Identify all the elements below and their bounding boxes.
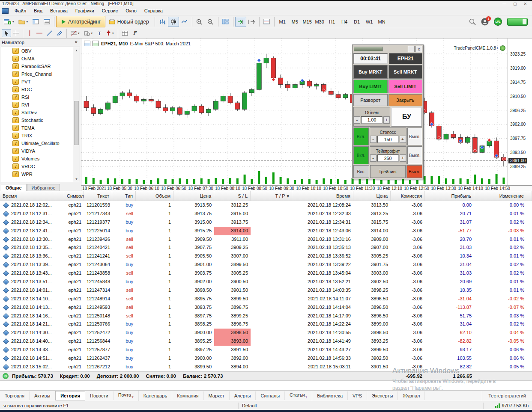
- horizontal-line-tool-button[interactable]: [34, 29, 45, 37]
- tab-Библиотека[interactable]: Библиотека: [312, 391, 348, 400]
- buy-limit-button[interactable]: Buy LIMIT: [353, 80, 388, 93]
- candlestick-chart[interactable]: [81, 39, 508, 185]
- timeframe-M1[interactable]: M1: [276, 18, 289, 26]
- navigator-header[interactable]: Навигатор ✕: [0, 39, 81, 46]
- price-axis[interactable]: 3923.253919.003914.753910.503906.253902.…: [508, 39, 532, 185]
- arrows-tool-button[interactable]: ▾: [104, 29, 116, 37]
- navigator-item-Volumes[interactable]: fVolumes: [1, 155, 80, 163]
- tab-Компания[interactable]: Компания: [172, 391, 203, 400]
- navigator-item-TRIX[interactable]: fTRIX: [1, 132, 80, 139]
- trade-panel-titlebar[interactable]: x: [353, 46, 422, 52]
- profiles-button[interactable]: ▾: [16, 17, 30, 27]
- tab-Активы[interactable]: Активы: [30, 391, 55, 400]
- navigator-item-Ultimate_Oscillato[interactable]: fUltimate_Oscillato: [1, 139, 80, 147]
- buy-mrkt-button[interactable]: Buy MRKT: [353, 65, 388, 79]
- menu-Графики[interactable]: Графики: [72, 7, 98, 15]
- new-chart-button[interactable]: ▾: [2, 17, 16, 27]
- column-header-2[interactable]: Тикет: [84, 191, 112, 201]
- scroll-down-icon[interactable]: ▼: [73, 176, 80, 182]
- crosshair-tool-button[interactable]: [11, 29, 21, 37]
- close-button[interactable]: ✕: [523, 2, 527, 6]
- history-row[interactable]: 2021.02.18 13:36...eph21121241241sell139…: [0, 252, 532, 261]
- menu-Вставка[interactable]: Вставка: [46, 7, 72, 15]
- navigator-item-RVI[interactable]: fRVI: [1, 101, 80, 109]
- timeframe-D1[interactable]: D1: [351, 18, 363, 26]
- column-header-11[interactable]: Прибыль: [425, 191, 474, 201]
- trade-panel-close-button[interactable]: x: [415, 46, 422, 52]
- search-icon[interactable]: [469, 18, 476, 25]
- history-row[interactable]: 2021.02.18 12:02...eph21121201593buy1391…: [0, 201, 532, 210]
- tp-filter-icon[interactable]: ▾: [287, 193, 289, 199]
- volume-minus-button[interactable]: -: [354, 116, 360, 124]
- navigator-close-icon[interactable]: ✕: [73, 40, 79, 44]
- text-tool-button[interactable]: T: [95, 29, 104, 37]
- column-header-7[interactable]: T / P▾: [251, 191, 292, 201]
- lvl-indicator[interactable]: LVL: [494, 18, 502, 26]
- menu-Вид[interactable]: Вид: [30, 7, 46, 15]
- takeprofit-plus-button[interactable]: +: [400, 154, 406, 162]
- history-row[interactable]: 2021.02.18 14:13...eph21121249593sell138…: [0, 303, 532, 312]
- tab-Календарь[interactable]: Календарь: [139, 391, 173, 400]
- zoom-out-button[interactable]: [205, 17, 216, 27]
- channel-tool-button[interactable]: [54, 29, 65, 37]
- auto-scroll-button[interactable]: [235, 17, 246, 27]
- tab-Торговля[interactable]: Торговля: [0, 391, 30, 400]
- navigator-item-TEMA[interactable]: fTEMA: [1, 124, 80, 132]
- navigator-item-VROC[interactable]: fVROC: [1, 163, 80, 170]
- navigator-item-Stochastic[interactable]: fStochastic: [1, 116, 80, 124]
- minimize-button[interactable]: —: [502, 2, 506, 6]
- chart-shift-button[interactable]: [246, 17, 257, 27]
- breakeven-button[interactable]: БУ: [391, 107, 422, 127]
- trailing-off-button[interactable]: Выкл.: [406, 165, 422, 178]
- tab-Эксперты[interactable]: Эксперты: [367, 391, 398, 400]
- takeprofit-on-button[interactable]: Вкл.: [353, 146, 369, 164]
- column-header-4[interactable]: Объем: [136, 191, 173, 201]
- menu-Окно[interactable]: Окно: [122, 7, 140, 15]
- shapes-tool-button[interactable]: ▾: [82, 29, 95, 37]
- navigator-item-PVT[interactable]: fPVT: [1, 78, 80, 86]
- history-row[interactable]: 2021.02.18 12:31...eph21121217343sell139…: [0, 210, 532, 218]
- navigator-item-RSI[interactable]: fRSI: [1, 93, 80, 101]
- candlestick-chart-button[interactable]: [168, 17, 179, 27]
- maximize-button[interactable]: ▢: [513, 2, 517, 6]
- history-row[interactable]: 2021.02.18 13:35...eph21121240421sell139…: [0, 243, 532, 252]
- navigator-item-OBV[interactable]: fOBV: [1, 47, 80, 55]
- tab-Алерты[interactable]: Алерты: [230, 391, 256, 400]
- stoploss-on-button[interactable]: Вкл.: [353, 127, 369, 145]
- tab-Сигналы[interactable]: Сигналы: [256, 391, 285, 400]
- navigator-tab-Избранное[interactable]: Избранное: [27, 184, 60, 191]
- column-header-5[interactable]: Цена: [173, 191, 214, 201]
- sell-limit-button[interactable]: Sell LIMIT: [389, 80, 423, 93]
- stoploss-off-button[interactable]: Выкл.: [407, 127, 423, 145]
- close-position-button[interactable]: Закрыть: [389, 94, 423, 106]
- navigator-tab-Общие[interactable]: Общие: [1, 184, 27, 191]
- history-row[interactable]: 2021.02.18 14:30...eph21121252472buy1390…: [0, 329, 532, 337]
- tab-Новости[interactable]: Новости: [85, 391, 114, 400]
- tab-Маркет[interactable]: Маркет: [204, 391, 230, 400]
- status-profile[interactable]: Default: [239, 403, 484, 409]
- history-row[interactable]: 2021.02.18 14:01...eph21121247314sell138…: [0, 286, 532, 295]
- navigator-item-ParabolicSAR[interactable]: fParabolicSAR: [1, 62, 80, 70]
- zoom-in-button[interactable]: [194, 17, 205, 27]
- timeframe-W1[interactable]: W1: [363, 18, 376, 26]
- history-row[interactable]: 2021.02.18 12:41...eph21121225014buy1391…: [0, 227, 532, 235]
- indicator-list-button[interactable]: [120, 29, 130, 37]
- trade-panel-minimize-button[interactable]: [408, 46, 415, 52]
- history-row[interactable]: 2021.02.18 13:39...eph21121243064buy1390…: [0, 261, 532, 269]
- navigator-item-WPR[interactable]: fWPR: [1, 170, 80, 178]
- column-header-8[interactable]: Время: [292, 191, 353, 201]
- history-row[interactable]: 2021.02.18 14:43...eph21121257877buy1389…: [0, 346, 532, 354]
- timeframe-MN[interactable]: MN: [376, 18, 388, 26]
- history-row[interactable]: 2021.02.18 13:51...eph21121245848buy1390…: [0, 278, 532, 286]
- menu-Файл[interactable]: Файл: [11, 7, 30, 15]
- takeprofit-minus-button[interactable]: -: [370, 154, 377, 162]
- navigator-item-OsMA[interactable]: fOsMA: [1, 55, 80, 62]
- scroll-thumb[interactable]: [74, 101, 79, 145]
- vertical-line-tool-button[interactable]: [25, 29, 34, 37]
- account-icon[interactable]: 1: [481, 18, 489, 26]
- new-order-button[interactable]: Новый ордер: [105, 16, 153, 27]
- trailing-on-button[interactable]: Вкл.: [353, 165, 369, 178]
- history-row[interactable]: 2021.02.18 14:16...eph21121250148sell138…: [0, 312, 532, 320]
- takeprofit-input[interactable]: 250: [377, 154, 399, 162]
- stoploss-minus-button[interactable]: -: [370, 136, 377, 143]
